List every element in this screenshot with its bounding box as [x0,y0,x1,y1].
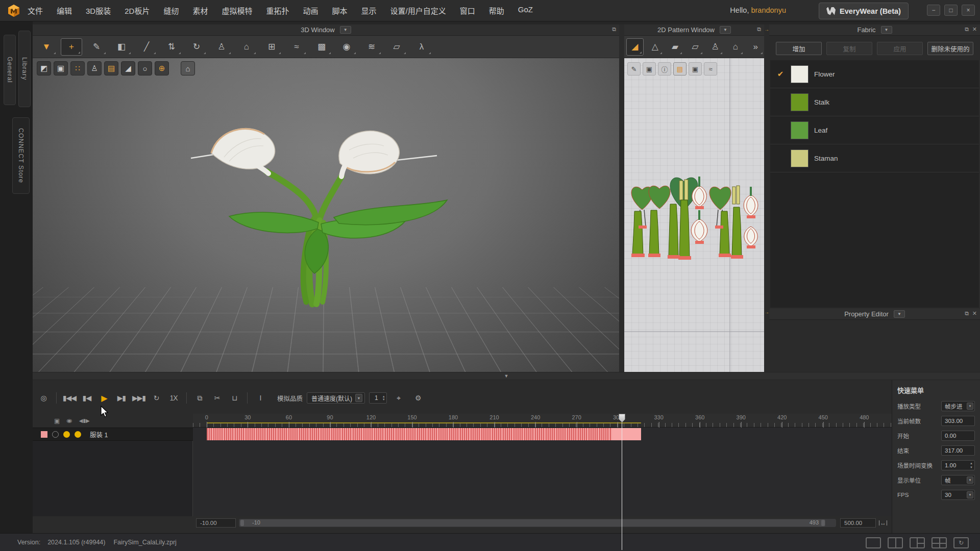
focus-frame-icon[interactable]: ⌖ [391,391,406,405]
fabric-item-flower[interactable]: ✔Flower [770,60,979,88]
track-state-circle-icon[interactable] [52,431,59,438]
record-button[interactable]: ◎ [36,391,51,405]
tab-connect-store[interactable]: CONNECT Store [12,117,30,194]
quick-menu-dropdown-0[interactable]: 帧步进▼ [941,401,975,411]
close-button[interactable]: × [962,5,975,16]
username[interactable]: brandonyu [751,6,786,14]
fabric-item-staman[interactable]: Staman [770,144,979,172]
play-button[interactable]: ▶ [96,391,112,405]
menu-item-12[interactable]: 窗口 [460,5,475,16]
fabric-button-0[interactable]: 增加 [776,42,822,55]
eye-icon[interactable]: ◉ [66,418,72,423]
show-info-toggle[interactable]: ⓘ [658,62,671,76]
go-end-button[interactable]: ▶▶▮ [131,391,146,405]
next-frame-button[interactable]: ▶▮ [114,391,129,405]
fabric-item-leaf[interactable]: Leaf [770,116,979,144]
menu-item-11[interactable]: 设置/用户自定义 [390,5,446,16]
quick-menu-dropdown-6[interactable]: 30▼ [941,490,975,500]
fit-range-icon[interactable]: ↔ [879,520,887,525]
show-seamline-toggle[interactable]: ✎ [627,62,641,76]
panel-2d-menu-dropdown[interactable]: ▼ [720,26,731,34]
show-avatar-toggle[interactable]: ♙ [87,61,102,76]
menu-item-4[interactable]: 缝纫 [163,5,179,16]
walk-tool[interactable]: λ [411,38,432,56]
quick-menu-dropdown-5[interactable]: 帧▼ [941,475,975,485]
sewing-2d-tool[interactable]: ⌂ [727,38,744,56]
menu-item-13[interactable]: 帮助 [489,5,504,16]
timeline-ruler[interactable]: 0306090120150180210240270300330360390420… [193,414,892,428]
dropdown-arrow-icon[interactable]: ▼ [967,403,973,410]
menu-item-14[interactable]: GoZ [518,5,533,16]
collapse-property-icon[interactable]: → [764,309,769,315]
sewing-tool[interactable]: ⌂ [236,38,257,56]
property-editor-dropdown[interactable]: ▼ [894,310,905,318]
scroll-max-field[interactable]: 500.00 [840,518,876,528]
fabric-popout-icon[interactable]: ⧉ [965,26,969,33]
menu-item-0[interactable]: 文件 [28,5,43,16]
layout-mixed-button[interactable] [910,537,925,548]
menu-item-9[interactable]: 脚本 [332,5,347,16]
menu-item-1[interactable]: 编辑 [57,5,72,16]
edit-pattern-tool[interactable]: ✎ [86,38,107,56]
scroll-min-field[interactable]: -10.00 [196,518,236,528]
go-start-button[interactable]: ▮◀◀ [62,391,77,405]
texture-tool[interactable]: ▩ [311,38,332,56]
rotate-tool[interactable]: ↻ [186,38,207,56]
menu-item-3[interactable]: 2D板片 [125,5,150,16]
dropdown-arrow-icon[interactable]: ▼ [967,477,973,484]
menu-item-6[interactable]: 虚拟模特 [222,5,252,16]
layout-single-button[interactable] [866,537,881,548]
sim-quality-dropdown[interactable]: 普通速度(默认)▼ [307,392,365,404]
pin-tool[interactable]: ╱ [136,38,157,56]
measure-tool[interactable]: ≈ [286,38,307,56]
keyframe-track[interactable] [193,428,892,441]
property-editor-popout-icon[interactable]: ⧉ [965,310,969,317]
ibeam-button[interactable]: I [253,391,268,405]
loop-button[interactable]: ↻ [149,391,164,405]
quick-menu-input-2[interactable]: 0.00 [941,431,975,441]
track-cache-dot-icon[interactable] [75,431,81,438]
panel-2d-popout-icon[interactable]: ⧉ [757,26,761,33]
speed-label[interactable]: 1X [166,391,181,405]
fabric-close-icon[interactable]: ✕ [972,26,977,33]
fabric-item-stalk[interactable]: Stalk [770,88,979,116]
show-garment-toggle[interactable]: ◩ [37,61,51,76]
dropdown-arrow-icon[interactable]: ▼ [967,491,973,498]
tab-library[interactable]: Library [18,31,31,107]
quick-menu-spinner-4[interactable]: 1.00▲▼ [941,460,975,470]
dropdown-arrow-icon[interactable]: ▼ [355,394,362,402]
show-fold-toggle[interactable]: ◢ [121,61,135,76]
delete-button[interactable]: ⊔ [227,391,242,405]
track-enabled-dot-icon[interactable] [63,431,70,438]
stepper-arrows-icon[interactable]: ▲▼ [382,395,385,401]
pattern-canvas[interactable]: ✎▣ⓘ▤▣≈ [624,58,764,372]
export-toggle[interactable]: ⌂ [181,61,195,76]
menu-item-5[interactable]: 素材 [192,5,208,16]
track-row-garment[interactable]: 服装 1 [33,428,193,441]
fabric-button-3[interactable]: 删除未使用的 [927,42,973,55]
timeline-scrollbar[interactable]: -10 493 [239,519,836,527]
playhead[interactable] [622,421,622,550]
show-mesh-toggle[interactable]: ▣ [54,61,68,76]
stepper-arrows-icon[interactable]: ▲▼ [970,461,973,469]
fold-arrangement-tool[interactable]: ⇅ [161,38,182,56]
fabric-menu-dropdown[interactable]: ▼ [881,26,892,34]
pattern-shape-tool[interactable]: ▰ [667,38,683,56]
splitter-2d-right[interactable]: → → [764,24,769,372]
move-tool[interactable]: + [61,38,82,56]
avatar-tool[interactable]: ♙ [211,38,232,56]
show-fabric-2d-toggle[interactable]: ▤ [673,62,687,76]
measure-2d-toggle[interactable]: ≈ [704,62,717,76]
show-points-toggle[interactable]: ∷ [70,61,85,76]
duplicate-button[interactable]: ⧉ [192,391,207,405]
panel-3d-menu-dropdown[interactable]: ▼ [340,26,351,34]
edit-point-tool[interactable]: △ [647,38,664,56]
collapse-right-icon[interactable]: → [764,27,769,32]
more-tools[interactable]: » [747,38,764,56]
avatar-pattern-tool[interactable]: ♙ [707,38,724,56]
menu-item-7[interactable]: 重拓扑 [266,5,289,16]
show-map-toggle[interactable]: ⊕ [155,61,169,76]
viewport-3d[interactable]: ◩▣∷♙▤◢○⊕⌂ [33,58,619,372]
prev-frame-button[interactable]: ▮◀ [79,391,94,405]
maximize-button[interactable]: □ [944,5,958,16]
